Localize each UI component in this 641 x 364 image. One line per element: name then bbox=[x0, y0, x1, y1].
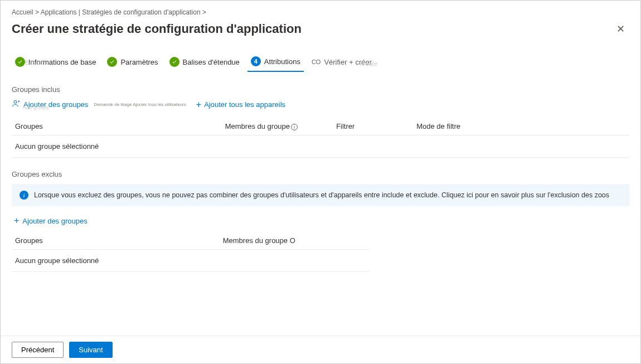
step-scope-tags[interactable]: Balises d'étendue bbox=[166, 54, 243, 71]
step-number-icon: 4 bbox=[251, 56, 261, 66]
col-members[interactable]: Membres du groupe O bbox=[220, 232, 370, 250]
excluded-groups-table: Groupes Membres du groupe O Aucun groupe… bbox=[12, 232, 370, 272]
breadcrumb: Accueil > Applications | Stratégies de c… bbox=[12, 8, 629, 16]
included-groups-header: Groupes inclus bbox=[12, 85, 629, 94]
step-assignments[interactable]: 4 Attributions bbox=[247, 53, 304, 72]
step-faded: Basics bbox=[25, 59, 43, 66]
add-excluded-groups-link[interactable]: + Ajouter des groupes bbox=[14, 216, 629, 225]
step-label: Paramètres bbox=[120, 58, 158, 66]
table-header-row: Groupes Membres du groupei Filtrer Mode … bbox=[12, 118, 629, 135]
table-header-row: Groupes Membres du groupe O bbox=[12, 232, 370, 250]
empty-row-text: Aucun groupe sélectionné bbox=[12, 250, 370, 272]
col-filter[interactable]: Filtrer bbox=[333, 118, 413, 135]
add-groups-faded: Add groups bbox=[23, 105, 48, 110]
tiny-pull-label: Demande de tirage Ajouter tous les utili… bbox=[94, 102, 186, 107]
included-groups-table: Groupes Membres du groupei Filtrer Mode … bbox=[12, 118, 629, 158]
excluded-groups-header: Groupes exclus bbox=[12, 170, 629, 178]
svg-point-0 bbox=[14, 100, 17, 103]
col-groups[interactable]: Groupes bbox=[12, 118, 222, 135]
step-label: Attributions bbox=[264, 57, 300, 66]
next-button[interactable]: Suivant bbox=[69, 342, 112, 358]
step-review-create[interactable]: CO Vérifier + créer create bbox=[308, 55, 375, 71]
step-faded: create bbox=[360, 60, 377, 67]
breadcrumb-home[interactable]: Accueil > bbox=[12, 8, 39, 16]
plus-icon: + bbox=[14, 216, 19, 225]
add-groups-link[interactable]: Ajouter des groupes Add groups bbox=[12, 99, 88, 110]
previous-button[interactable]: Précédent bbox=[12, 342, 64, 358]
table-row: Aucun groupe sélectionné bbox=[12, 250, 370, 272]
empty-row-text: Aucun groupe sélectionné bbox=[12, 135, 629, 158]
wizard-steps: Informations de base Basics Paramètres B… bbox=[12, 53, 629, 72]
info-icon: i bbox=[20, 191, 28, 200]
info-icon[interactable]: i bbox=[291, 124, 298, 130]
col-filter-mode[interactable]: Mode de filtre bbox=[413, 118, 629, 135]
add-groups-label: Ajouter des groupes bbox=[22, 217, 87, 225]
col-groups[interactable]: Groupes bbox=[12, 232, 220, 250]
step-basics[interactable]: Informations de base Basics bbox=[12, 54, 99, 71]
add-all-devices-link[interactable]: + Ajouter tous les appareils bbox=[196, 100, 285, 109]
close-icon[interactable]: ✕ bbox=[612, 21, 629, 37]
person-plus-icon bbox=[12, 99, 21, 110]
step-settings[interactable]: Paramètres bbox=[104, 54, 161, 71]
add-all-devices-label: Ajouter tous les appareils bbox=[204, 100, 285, 109]
check-icon bbox=[15, 57, 25, 67]
step-label: Balises d'étendue bbox=[183, 58, 240, 66]
info-text: Lorsque vous excluez des groupes, vous n… bbox=[34, 191, 609, 199]
page-title: Créer une stratégie de configuration d'a… bbox=[12, 22, 302, 36]
check-icon bbox=[107, 57, 117, 67]
wizard-footer: Précédent Suivant bbox=[1, 336, 640, 363]
step-prefix: CO bbox=[312, 59, 321, 65]
breadcrumb-path[interactable]: Applications | Stratégies de configurati… bbox=[41, 8, 206, 16]
exclusion-info-bar[interactable]: i Lorsque vous excluez des groupes, vous… bbox=[12, 184, 629, 206]
table-row: Aucun groupe sélectionné bbox=[12, 135, 629, 158]
plus-icon: + bbox=[196, 100, 201, 109]
check-icon bbox=[169, 57, 179, 67]
col-members[interactable]: Membres du groupei bbox=[222, 118, 333, 135]
